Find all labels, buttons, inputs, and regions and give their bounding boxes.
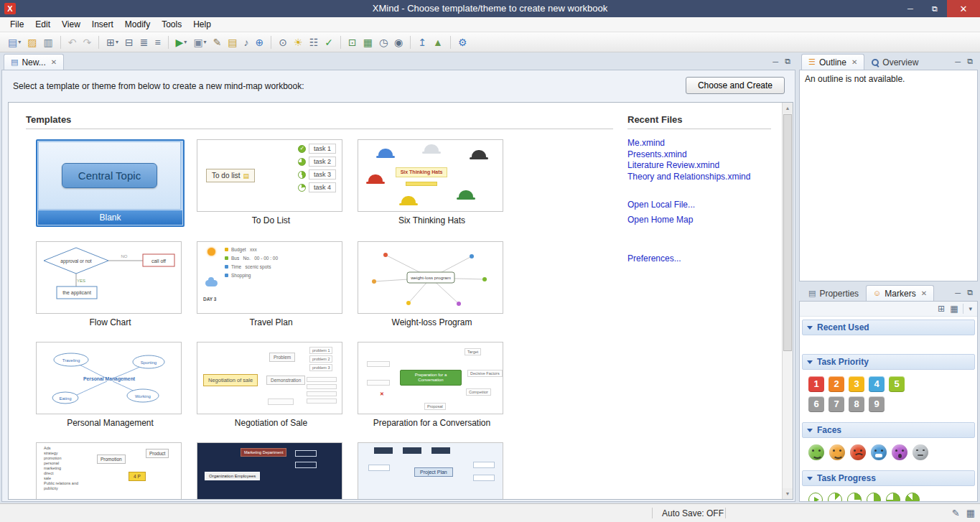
- minimize-view-button[interactable]: ─: [773, 57, 778, 66]
- chart-icon[interactable]: ▦: [966, 508, 975, 518]
- menu-edit[interactable]: Edit: [29, 18, 56, 31]
- face-angry-marker-icon[interactable]: [850, 444, 866, 460]
- preferences-link[interactable]: Preferences...: [627, 253, 771, 265]
- choose-and-create-button[interactable]: Choose and Create: [686, 77, 785, 94]
- tab-properties[interactable]: ▤ Properties: [801, 285, 866, 301]
- redo-icon[interactable]: ↷: [80, 36, 93, 49]
- face-smile-marker-icon[interactable]: [808, 444, 824, 460]
- priority-6-marker[interactable]: 6: [808, 396, 824, 412]
- progress-three-quarter-marker-icon[interactable]: [886, 493, 900, 502]
- notes-icon[interactable]: ▤: [225, 36, 239, 49]
- export-markers-icon[interactable]: ▦: [950, 304, 958, 313]
- scroll-down-icon[interactable]: ▼: [783, 488, 793, 499]
- face-surprise-marker-icon[interactable]: [892, 444, 907, 460]
- progress-start-marker-icon[interactable]: [808, 493, 823, 502]
- brainstorm-icon[interactable]: ☀: [291, 36, 305, 49]
- menu-modify[interactable]: Modify: [119, 18, 156, 31]
- undo-icon[interactable]: ↶: [66, 36, 79, 49]
- hyperlink-icon[interactable]: ⊕: [253, 36, 266, 49]
- recent-used-header[interactable]: Recent Used: [802, 320, 975, 335]
- template-six-thinking-hats[interactable]: Six Thinking Hats Six Thinking Hats: [358, 139, 506, 227]
- tab-new-workbook[interactable]: ▤ New... ✕: [4, 54, 64, 70]
- open-file-icon[interactable]: ▨: [25, 36, 39, 49]
- template-to-do-list[interactable]: To do list ▤ task 1 task 2 task 3 task 4: [197, 139, 345, 227]
- recent-file-link[interactable]: Theory and Relationships.xmind: [627, 172, 771, 183]
- tab-overview[interactable]: Overview: [864, 54, 925, 70]
- priority-5-marker[interactable]: 5: [889, 376, 905, 392]
- presentation-icon[interactable]: ▶▾: [174, 36, 190, 49]
- menu-file[interactable]: File: [4, 18, 29, 31]
- attachment-icon[interactable]: ✎: [211, 36, 224, 49]
- task-progress-header[interactable]: Task Progress: [802, 470, 975, 486]
- menu-view[interactable]: View: [56, 18, 86, 31]
- gantt-icon[interactable]: ▦: [361, 36, 375, 49]
- menu-insert[interactable]: Insert: [86, 18, 119, 31]
- tab-outline[interactable]: ☰ Outline ✕: [801, 54, 864, 70]
- add-marker-group-icon[interactable]: ⊞: [938, 304, 945, 313]
- close-tab-icon[interactable]: ✕: [51, 58, 57, 66]
- restore-window-button[interactable]: ⧉: [923, 0, 947, 17]
- close-tab-icon[interactable]: ✕: [921, 289, 927, 297]
- priority-9-marker[interactable]: 9: [869, 396, 885, 412]
- task-info-icon[interactable]: ⊡: [346, 36, 359, 49]
- vertical-scrollbar[interactable]: ▲ ▼: [782, 103, 793, 499]
- faces-header[interactable]: Faces: [802, 422, 975, 438]
- timer-icon[interactable]: ◷: [377, 36, 390, 49]
- template-travel-plan[interactable]: Budget xxxBus No. 00 - 00 : 00Time sceni…: [197, 241, 345, 327]
- face-laugh-marker-icon[interactable]: [829, 444, 845, 460]
- view-menu-icon[interactable]: ▾: [969, 306, 972, 312]
- progress-half-marker-icon[interactable]: [867, 493, 881, 502]
- priority-4-marker[interactable]: 4: [869, 376, 885, 392]
- maximize-view-button[interactable]: ⧉: [967, 57, 973, 66]
- menu-help[interactable]: Help: [187, 18, 217, 31]
- template-blank[interactable]: Central Topic Blank: [36, 139, 185, 227]
- search-icon[interactable]: ◉: [392, 36, 405, 49]
- close-window-button[interactable]: ✕: [947, 0, 980, 17]
- minimize-view-button[interactable]: ─: [955, 57, 961, 66]
- close-tab-icon[interactable]: ✕: [851, 58, 857, 66]
- maximize-view-button[interactable]: ⧉: [967, 288, 973, 297]
- pencil-icon[interactable]: ✎: [952, 508, 960, 518]
- balance-map-icon[interactable]: ☷: [307, 36, 321, 49]
- template-flow-chart[interactable]: approval or not NO call off YES the appl…: [36, 241, 185, 327]
- minimize-view-button[interactable]: ─: [955, 289, 961, 297]
- template-organization-employees[interactable]: Marketing Department Organization Employ…: [197, 442, 345, 499]
- priority-3-marker[interactable]: 3: [849, 376, 864, 392]
- audio-note-icon[interactable]: ♪: [242, 36, 251, 49]
- tab-markers[interactable]: ☺ Markers ✕: [866, 285, 934, 301]
- template-negotiation-of-sale[interactable]: Negotiation of sale Problem Demonstratio…: [197, 342, 345, 428]
- recent-file-link[interactable]: Literature Review.xmind: [627, 160, 771, 172]
- task-priority-header[interactable]: Task Priority: [802, 354, 975, 370]
- export-image-icon[interactable]: ▲: [431, 36, 445, 49]
- insert-topic-icon[interactable]: ⊞▾: [104, 36, 121, 49]
- save-icon[interactable]: ▥: [41, 36, 55, 49]
- priority-7-marker[interactable]: 7: [829, 396, 844, 412]
- template-project-plan[interactable]: Project Plan: [358, 442, 506, 499]
- progress-one-eighth-marker-icon[interactable]: [828, 493, 842, 502]
- recent-file-link[interactable]: Me.xmind: [627, 138, 771, 149]
- settings-icon[interactable]: ⚙: [456, 36, 470, 49]
- progress-seven-eighths-marker-icon[interactable]: [905, 493, 920, 502]
- template-preparation-conversation[interactable]: Preparation for a Conversation Target De…: [358, 342, 506, 428]
- open-home-map-link[interactable]: Open Home Map: [627, 215, 771, 226]
- insert-image-icon[interactable]: ▣▾: [191, 36, 208, 49]
- structure-icon[interactable]: ≡: [152, 36, 162, 49]
- priority-2-marker[interactable]: 2: [829, 376, 844, 392]
- priority-8-marker[interactable]: 8: [849, 396, 864, 412]
- menu-tools[interactable]: Tools: [156, 18, 187, 31]
- spell-check-icon[interactable]: ✓: [322, 36, 335, 49]
- share-icon[interactable]: ↥: [416, 36, 429, 49]
- minimize-window-button[interactable]: ─: [898, 0, 923, 17]
- priority-1-marker[interactable]: 1: [808, 376, 824, 392]
- maximize-view-button[interactable]: ⧉: [785, 57, 790, 66]
- insert-subtopic-icon[interactable]: ⊟: [123, 36, 136, 49]
- scroll-up-icon[interactable]: ▲: [783, 103, 793, 113]
- face-grin-marker-icon[interactable]: [871, 444, 887, 460]
- recent-file-link[interactable]: Presents.xmind: [627, 149, 771, 161]
- drill-down-icon[interactable]: ⊙: [276, 36, 289, 49]
- template-personal-management[interactable]: Personal Management Traveling Sporting W…: [36, 342, 185, 428]
- face-sleep-marker-icon[interactable]: [913, 444, 928, 460]
- progress-quarter-marker-icon[interactable]: [847, 493, 862, 502]
- outline-numbering-icon[interactable]: ≣: [138, 36, 151, 49]
- new-workbook-icon[interactable]: ▤▾: [6, 36, 23, 49]
